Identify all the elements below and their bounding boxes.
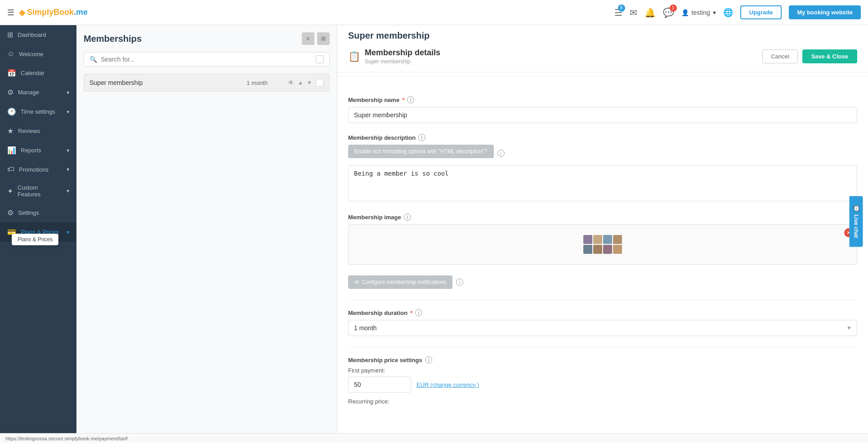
grid-view-btn[interactable]: ⊞ — [317, 32, 330, 45]
save-close-button[interactable]: Save & Close — [802, 49, 857, 63]
user-avatar-icon: 👤 — [681, 9, 689, 16]
chevron-up-icon[interactable]: ▲ — [298, 80, 303, 86]
membership-name-input[interactable] — [348, 107, 857, 123]
visibility-icon[interactable]: 👁 — [288, 79, 294, 86]
sidebar-item-label: Custom Features — [18, 184, 62, 198]
description-info-icon[interactable]: i — [418, 134, 425, 141]
membership-name-label: Membership name * i — [348, 96, 857, 103]
manage-icon: ⚙ — [7, 88, 13, 97]
sidebar-item-label: Time settings — [21, 108, 55, 115]
membership-duration: 1 month — [246, 80, 282, 86]
sidebar-item-manage[interactable]: ⚙ Manage ▾ — [0, 83, 76, 102]
form-content: Membership name * i Membership descripti… — [337, 85, 868, 426]
live-chat-label: Live chat — [853, 214, 859, 238]
sidebar-item-plans-prices[interactable]: 💳 Plans & Prices ▾ Plans & Prices — [0, 222, 76, 242]
sidebar-item-label: Welcome — [19, 51, 43, 58]
time-settings-icon: 🕐 — [7, 107, 16, 116]
search-icon: 🔍 — [89, 56, 97, 63]
logo: ◈ SimplyBook.me — [19, 8, 88, 18]
time-settings-chevron-icon: ▾ — [67, 109, 69, 115]
membership-image-preview — [583, 235, 622, 254]
first-payment-input[interactable] — [348, 377, 411, 393]
memberships-panel: Memberships ≡ ⊞ 🔍 Super membership 1 mon… — [76, 25, 337, 433]
sidebar-item-label: Calendar — [21, 70, 45, 76]
required-star: * — [402, 97, 404, 103]
mail-icon: ✉ — [630, 8, 637, 18]
reports-icon: 📊 — [7, 146, 16, 155]
search-input[interactable] — [101, 56, 312, 63]
membership-name-field-group: Membership name * i — [348, 96, 857, 123]
live-chat-button[interactable]: 💬 Live chat — [849, 196, 863, 247]
duration-select[interactable]: 1 month 3 months 6 months 1 year — [348, 320, 857, 336]
user-menu[interactable]: 👤 testing ▾ — [681, 9, 716, 16]
sidebar-item-promotions[interactable]: 🏷 Promotions ▾ — [0, 160, 76, 179]
notifications-group: ✉ Configure membership notifications i — [348, 275, 857, 289]
globe-icon[interactable]: 🌐 — [723, 8, 733, 18]
configure-notifications-button[interactable]: ✉ Configure membership notifications — [348, 275, 452, 289]
sidebar-item-settings[interactable]: ⚙ Settings — [0, 203, 76, 222]
sidebar-item-dashboard[interactable]: ⊞ Dashboard — [0, 25, 76, 44]
sidebar-item-label: Promotions — [19, 166, 49, 173]
mail-icon-btn[interactable]: ✉ — [630, 7, 637, 18]
sidebar-item-reviews[interactable]: ★ Reviews — [0, 121, 76, 141]
cancel-button[interactable]: Cancel — [762, 49, 797, 63]
reviews-icon: ★ — [7, 127, 13, 135]
notify-icon: ✉ — [354, 279, 359, 285]
topbar-right: ☰ 8 ✉ 🔔 💬 1 👤 testing ▾ 🌐 Upgrade My boo… — [614, 5, 861, 19]
logo-icon: ◈ — [19, 8, 25, 18]
membership-list-item: Super membership 1 month 👁 ▲ ▼ — [84, 74, 330, 92]
first-payment-input-row: EUR (change currency ) — [348, 377, 857, 393]
details-subtitle: Super membership — [365, 58, 440, 65]
sidebar-item-label: Reviews — [18, 128, 40, 134]
chevron-down-icon[interactable]: ▼ — [307, 80, 312, 86]
first-payment-label: First payment: — [348, 367, 857, 374]
sidebar-item-custom-features[interactable]: ✦ Custom Features ▾ — [0, 179, 76, 203]
price-settings-group: Membership price settings i First paymen… — [348, 356, 857, 405]
status-bar: https://testingrussa.secure.simplybook.m… — [0, 433, 868, 443]
sidebar-item-reports[interactable]: 📊 Reports ▾ — [0, 141, 76, 160]
membership-name: Super membership — [89, 79, 241, 86]
sidebar-item-time-settings[interactable]: 🕐 Time settings ▾ — [0, 102, 76, 121]
booking-website-button[interactable]: My booking website — [789, 5, 861, 19]
plans-prices-chevron-icon: ▾ — [67, 229, 69, 235]
promotions-icon: 🏷 — [7, 165, 14, 173]
description-textarea[interactable]: Being a member is so cool — [348, 165, 857, 201]
tasks-icon-btn[interactable]: ☰ 8 — [614, 7, 622, 18]
sidebar-item-calendar[interactable]: 📅 Calendar — [0, 63, 76, 83]
image-upload-area[interactable]: ✕ — [348, 224, 857, 265]
duration-select-wrapper: 1 month 3 months 6 months 1 year ▼ — [348, 320, 857, 336]
search-box: 🔍 — [84, 52, 330, 66]
reports-chevron-icon: ▾ — [67, 147, 69, 154]
html-desc-info-icon[interactable]: i — [497, 150, 505, 157]
duration-info-icon[interactable]: i — [415, 309, 422, 316]
sidebar-item-welcome[interactable]: ☺ Welcome — [0, 44, 76, 63]
price-settings-info-icon[interactable]: i — [425, 356, 432, 363]
status-url: https://testingrussa.secure.simplybook.m… — [5, 436, 127, 441]
search-select-all-checkbox[interactable] — [316, 55, 324, 63]
chat-badge: 1 — [670, 4, 677, 12]
details-section-title: Membership details — [365, 48, 440, 58]
calendar-icon: 📅 — [7, 69, 16, 77]
details-header: 📋 Membership details Super membership Ca… — [337, 41, 868, 72]
details-title-block: Membership details Super membership — [365, 48, 440, 65]
list-view-btn[interactable]: ≡ — [302, 32, 314, 45]
header-actions: Cancel Save & Close — [762, 49, 857, 63]
row-select-checkbox[interactable] — [316, 79, 324, 87]
user-chevron-icon: ▾ — [713, 9, 716, 16]
bell-icon-btn[interactable]: 🔔 — [644, 7, 656, 18]
image-info-icon[interactable]: i — [404, 213, 411, 221]
divider-3 — [348, 347, 857, 347]
upgrade-button[interactable]: Upgrade — [740, 5, 782, 19]
currency-change-link[interactable]: EUR (change currency ) — [416, 381, 479, 388]
html-description-button[interactable]: Enable rich formatting options with "HTM… — [348, 145, 494, 158]
chat-icon-btn[interactable]: 💬 1 — [663, 7, 674, 18]
hamburger-icon[interactable]: ☰ — [7, 8, 14, 18]
promotions-chevron-icon: ▾ — [67, 166, 69, 173]
divider-2 — [348, 300, 857, 300]
username-label: testing — [692, 9, 710, 16]
page-title-area: Super membership — [337, 25, 868, 41]
name-info-icon[interactable]: i — [407, 96, 414, 103]
panel-actions: ≡ ⊞ — [302, 32, 330, 45]
notifications-info-icon[interactable]: i — [456, 279, 463, 286]
recurring-price-label: Recurring price: — [348, 398, 857, 405]
